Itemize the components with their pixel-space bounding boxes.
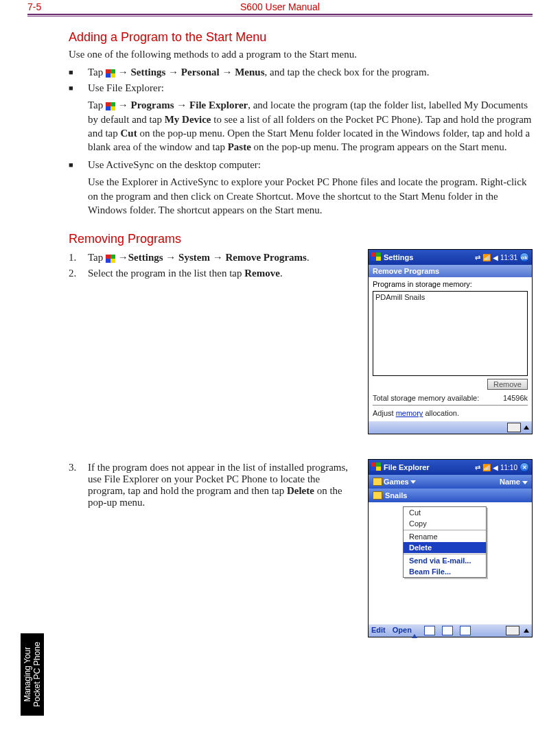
clock-text: 11:10	[500, 464, 517, 471]
menu-cut[interactable]: Cut	[404, 507, 486, 518]
svg-rect-3	[110, 73, 115, 78]
svg-rect-16	[371, 462, 376, 467]
svg-rect-15	[376, 257, 381, 261]
svg-rect-19	[376, 467, 381, 471]
menu-beam-file[interactable]: Beam File...	[404, 566, 486, 577]
start-flag-icon	[106, 102, 115, 110]
open-menu[interactable]: Open	[393, 626, 417, 635]
bullet-activesync: Use ActiveSync on the desktop computer: …	[69, 159, 533, 217]
svg-rect-7	[110, 106, 115, 110]
svg-rect-9	[110, 255, 115, 259]
step-2: 2. Select the program in the list then t…	[69, 268, 355, 279]
total-memory-label: Total storage memory available:	[373, 394, 503, 402]
speaker-icon[interactable]: ◀	[493, 254, 498, 261]
intro-text: Use one of the following methods to add …	[69, 47, 533, 61]
step-3: 3. If the program does not appear in the…	[69, 462, 355, 508]
start-flag-icon[interactable]	[371, 253, 381, 262]
close-button[interactable]: ✕	[520, 462, 529, 472]
svg-rect-13	[376, 253, 381, 257]
selected-file[interactable]: Snails	[385, 491, 407, 500]
svg-rect-18	[371, 467, 376, 471]
doc-title: S600 User Manual	[196, 1, 364, 12]
heading-removing-programs: Removing Programs	[69, 232, 533, 246]
svg-rect-2	[106, 73, 110, 78]
label-programs-in-memory: Programs in storage memory:	[369, 277, 532, 290]
step-1: 1. Tap →Settings → System → Remove Progr…	[69, 252, 355, 263]
keyboard-icon[interactable]	[506, 626, 520, 635]
svg-rect-11	[110, 259, 115, 263]
svg-rect-1	[110, 69, 115, 73]
svg-rect-17	[376, 462, 381, 467]
card-icon[interactable]	[424, 626, 435, 635]
menu-rename[interactable]: Rename	[404, 531, 486, 542]
svg-rect-0	[106, 69, 110, 73]
header-rule-thick	[27, 14, 533, 15]
edit-menu[interactable]: Edit	[371, 626, 386, 635]
list-item[interactable]: PDAmill Snails	[375, 293, 525, 301]
heading-adding-program: Adding a Program to the Start Menu	[69, 30, 533, 45]
chevron-down-icon[interactable]	[522, 481, 528, 484]
sort-label[interactable]: Name	[500, 478, 528, 486]
chevron-down-icon[interactable]	[410, 480, 416, 484]
speaker-icon[interactable]: ◀	[493, 464, 498, 471]
menu-send-email[interactable]: Send via E-mail...	[404, 555, 486, 566]
total-memory-value: 14596k	[503, 394, 528, 402]
ok-button[interactable]: ok	[520, 253, 529, 262]
network-icon[interactable]	[442, 626, 453, 635]
svg-rect-12	[371, 253, 376, 257]
memory-link[interactable]: memory	[396, 409, 423, 417]
svg-rect-10	[106, 259, 110, 263]
signal-icon[interactable]: 📶	[482, 254, 491, 261]
program-list[interactable]: PDAmill Snails	[373, 291, 528, 376]
menu-copy[interactable]: Copy	[404, 518, 486, 529]
chapter-tab: Managing YourPocket PC Phone	[21, 633, 44, 716]
folder-icon	[373, 491, 382, 500]
svg-rect-5	[110, 102, 115, 106]
connectivity-icon[interactable]: ⇄	[475, 254, 480, 261]
subtitle-remove-programs: Remove Programs	[369, 265, 532, 277]
sip-toggle-icon[interactable]	[524, 629, 529, 633]
remove-button[interactable]: Remove	[487, 379, 528, 390]
title-settings: Settings	[384, 253, 472, 261]
breadcrumb-folder[interactable]: Games	[384, 478, 409, 486]
signal-icon[interactable]: 📶	[482, 464, 491, 471]
context-menu: Cut Copy Rename Delete Send via E-mail..…	[403, 506, 487, 578]
page-number: 7-5	[27, 1, 196, 12]
menu-delete[interactable]: Delete	[404, 542, 486, 553]
svg-rect-6	[106, 106, 110, 110]
title-file-explorer: File Explorer	[384, 463, 472, 471]
svg-rect-14	[371, 257, 376, 261]
start-flag-icon[interactable]	[371, 462, 381, 472]
folder-icon	[373, 478, 382, 486]
bullet-settings-menus: Tap → Settings → Personal → Menus, and t…	[69, 67, 533, 78]
adjust-memory-text: Adjust memory allocation.	[373, 409, 459, 417]
sip-toggle-icon[interactable]	[524, 425, 529, 430]
screenshot-remove-programs: Settings ⇄ 📶 ◀ 11:31 ok Remove Programs …	[368, 249, 533, 434]
chevron-up-icon	[412, 626, 417, 638]
bullet-file-explorer: Use File Explorer: Tap → Programs → File…	[69, 82, 533, 154]
svg-rect-4	[106, 102, 110, 106]
clock-text: 11:31	[500, 254, 517, 261]
screenshot-file-explorer: File Explorer ⇄ 📶 ◀ 11:10 ✕ Games	[368, 459, 533, 637]
connectivity-icon[interactable]: ⇄	[475, 464, 480, 471]
start-flag-icon	[106, 69, 115, 78]
device-icon[interactable]	[460, 626, 471, 635]
start-flag-icon	[106, 255, 115, 263]
keyboard-icon[interactable]	[507, 423, 521, 432]
svg-rect-8	[106, 255, 110, 259]
